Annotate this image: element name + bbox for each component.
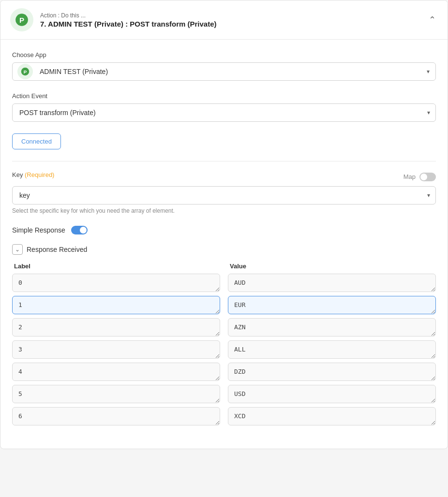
svg-text:P: P bbox=[19, 16, 24, 24]
response-table: Label Value 0 AUD 1 EUR 2 AZN bbox=[12, 263, 436, 425]
simple-response-toggle[interactable] bbox=[71, 226, 88, 234]
action-event-select-wrapper: POST transform (Private) ▾ bbox=[12, 103, 436, 122]
value-input-5[interactable]: USD bbox=[228, 385, 436, 403]
app-select-icon: P bbox=[17, 64, 33, 79]
key-select-wrapper: key ▾ bbox=[12, 186, 436, 205]
label-input-4[interactable]: 4 bbox=[12, 363, 220, 381]
main-container: P Action : Do this ... 7. ADMIN TEST (Pr… bbox=[0, 0, 448, 449]
map-label: Map bbox=[403, 173, 416, 180]
map-toggle-row: Map bbox=[403, 173, 436, 181]
svg-text:P: P bbox=[24, 69, 27, 74]
table-row: 0 AUD bbox=[12, 274, 436, 292]
key-select[interactable]: key bbox=[12, 186, 436, 205]
response-section: ⌄ Response Received Label Value 0 AUD 1 … bbox=[12, 244, 436, 425]
key-hint: Select the specific key for which you ne… bbox=[12, 207, 436, 214]
chevron-down-icon: ▾ bbox=[427, 68, 430, 75]
expand-icon[interactable]: ⌄ bbox=[12, 244, 23, 255]
label-input-6[interactable]: 6 bbox=[12, 407, 220, 425]
value-input-2[interactable]: AZN bbox=[228, 318, 436, 336]
key-section: Key (Required) Map key ▾ Select the spec… bbox=[12, 171, 436, 214]
value-input-1[interactable]: EUR bbox=[228, 296, 436, 314]
connected-button[interactable]: Connected bbox=[12, 133, 61, 149]
value-col-header: Value bbox=[228, 263, 436, 270]
action-title: 7. ADMIN TEST (Private) : POST transform… bbox=[40, 20, 217, 28]
key-label: Key (Required) bbox=[12, 171, 54, 178]
key-required-mark: (Required) bbox=[25, 171, 54, 178]
value-input-3[interactable]: ALL bbox=[228, 340, 436, 359]
response-table-header: Label Value bbox=[12, 263, 436, 270]
divider bbox=[12, 161, 436, 161]
action-event-label: Action Event bbox=[12, 92, 436, 100]
table-row: 3 ALL bbox=[12, 340, 436, 359]
label-input-3[interactable]: 3 bbox=[12, 340, 220, 359]
table-row: 4 DZD bbox=[12, 363, 436, 381]
label-col-header: Label bbox=[12, 263, 220, 270]
simple-response-row: Simple Response bbox=[12, 226, 436, 234]
response-section-header: ⌄ Response Received bbox=[12, 244, 436, 255]
action-label: Action : Do this ... bbox=[40, 12, 217, 19]
table-row: 6 XCD bbox=[12, 407, 436, 425]
chevron-up-icon: ⌃ bbox=[429, 15, 436, 25]
header-text: Action : Do this ... 7. ADMIN TEST (Priv… bbox=[40, 12, 217, 28]
table-row: 2 AZN bbox=[12, 318, 436, 336]
value-input-4[interactable]: DZD bbox=[228, 363, 436, 381]
key-field-row: Key (Required) Map bbox=[12, 171, 436, 182]
connected-section: Connected bbox=[12, 133, 436, 149]
action-event-section: Action Event POST transform (Private) ▾ bbox=[12, 92, 436, 122]
label-input-2[interactable]: 2 bbox=[12, 318, 220, 336]
table-row: 5 USD bbox=[12, 385, 436, 403]
choose-app-section: Choose App P ADMIN TEST (Private) ▾ bbox=[12, 51, 436, 81]
action-header: P Action : Do this ... 7. ADMIN TEST (Pr… bbox=[0, 0, 448, 40]
app-select-wrapper[interactable]: P ADMIN TEST (Private) ▾ bbox=[12, 62, 436, 81]
app-icon: P bbox=[10, 8, 33, 31]
collapse-button[interactable]: ⌃ bbox=[427, 13, 438, 27]
body: Choose App P ADMIN TEST (Private) ▾ Acti… bbox=[0, 40, 448, 449]
choose-app-label: Choose App bbox=[12, 51, 436, 58]
label-input-5[interactable]: 5 bbox=[12, 385, 220, 403]
simple-response-label: Simple Response bbox=[12, 226, 65, 234]
app-select-text: ADMIN TEST (Private) bbox=[33, 63, 435, 80]
value-input-0[interactable]: AUD bbox=[228, 274, 436, 292]
value-input-6[interactable]: XCD bbox=[228, 407, 436, 425]
header-left: P Action : Do this ... 7. ADMIN TEST (Pr… bbox=[10, 8, 217, 31]
map-toggle[interactable] bbox=[419, 173, 436, 181]
label-input-1[interactable]: 1 bbox=[12, 296, 220, 314]
response-title: Response Received bbox=[27, 246, 87, 253]
table-row: 1 EUR bbox=[12, 296, 436, 314]
label-input-0[interactable]: 0 bbox=[12, 274, 220, 292]
action-event-select[interactable]: POST transform (Private) bbox=[12, 103, 436, 122]
